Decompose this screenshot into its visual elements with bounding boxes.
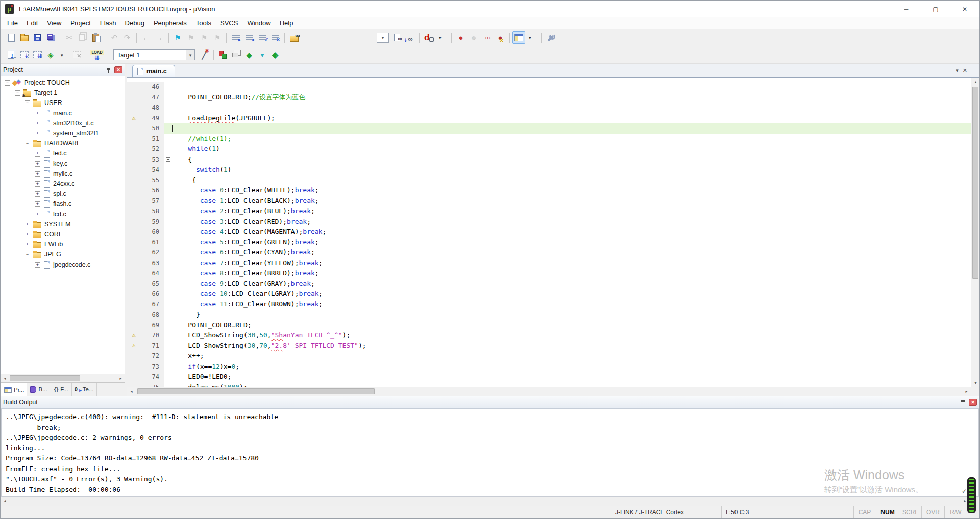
multi-project-workspace-icon[interactable]: [229, 48, 242, 61]
expander-expand-icon[interactable]: +: [35, 262, 40, 268]
tree-item-led-c[interactable]: +led.c: [1, 148, 125, 159]
find-in-files-icon[interactable]: ∞: [287, 31, 301, 44]
expander-expand-icon[interactable]: +: [35, 131, 40, 136]
insert-bookmark-icon[interactable]: ⚑: [171, 31, 184, 44]
runtime-environment-icon[interactable]: ◆: [242, 48, 256, 61]
expander-expand-icon[interactable]: +: [25, 232, 30, 237]
tree-item-main-c[interactable]: +main.c: [1, 108, 125, 118]
fold-margin[interactable]: −: [164, 175, 172, 186]
save-icon[interactable]: [31, 31, 44, 44]
scroll-left-icon[interactable]: ◂: [1, 497, 9, 505]
tree-item-flash-c[interactable]: +flash.c: [1, 199, 125, 209]
tree-item-spi-c[interactable]: +spi.c: [1, 189, 125, 199]
code-editor-area[interactable]: 4647 POINT_COLOR=RED;//设置字体为蓝色48⚠49 Load…: [127, 78, 971, 387]
download-to-flash-icon[interactable]: LOAD⇊: [89, 48, 105, 62]
tree-item-project-touch[interactable]: −Project: TOUCH: [1, 78, 125, 88]
scroll-left-icon[interactable]: ◂: [127, 387, 136, 395]
tab-close-icon[interactable]: ✕: [963, 67, 967, 74]
disable-all-breakpoints-icon[interactable]: ○○: [480, 31, 494, 44]
tree-item-hardware[interactable]: −HARDWARE: [1, 138, 125, 148]
tree-item-jpegdecode-c[interactable]: +jpegdecode.c: [1, 260, 125, 270]
expander-collapse-icon[interactable]: −: [25, 141, 30, 146]
menu-view[interactable]: View: [42, 18, 66, 28]
menu-help[interactable]: Help: [275, 18, 298, 28]
panel-tab-te[interactable]: 0Te...: [72, 383, 97, 396]
menu-tools[interactable]: Tools: [191, 18, 216, 28]
target-select-combo[interactable]: Target 1▾: [113, 49, 195, 60]
navigate-forward-icon[interactable]: →: [153, 31, 166, 44]
tree-item-24cxx-c[interactable]: +24cxx.c: [1, 179, 125, 189]
fold-margin[interactable]: −: [164, 154, 172, 165]
minimize-button[interactable]: ─: [892, 1, 921, 17]
menu-flash[interactable]: Flash: [95, 18, 121, 28]
incremental-find-icon[interactable]: ∞⇣: [404, 31, 417, 44]
pin-icon[interactable]: [961, 400, 965, 405]
manage-project-items-icon[interactable]: [216, 48, 229, 61]
maximize-button[interactable]: ▢: [921, 1, 950, 17]
expander-collapse-icon[interactable]: −: [15, 90, 20, 96]
windows-dropdown-caret[interactable]: ▾: [525, 31, 538, 44]
copy-icon[interactable]: [76, 31, 89, 44]
redo-icon[interactable]: ↷: [121, 31, 134, 44]
unindent-icon[interactable]: ◂: [242, 31, 256, 44]
navigate-back-icon[interactable]: ←: [139, 31, 153, 44]
menu-debug[interactable]: Debug: [121, 18, 149, 28]
menu-project[interactable]: Project: [66, 18, 95, 28]
expander-expand-icon[interactable]: +: [25, 242, 30, 247]
tree-item-lcd-c[interactable]: +lcd.c: [1, 209, 125, 219]
menu-window[interactable]: Window: [242, 18, 275, 28]
tree-item-key-c[interactable]: +key.c: [1, 159, 125, 169]
expander-expand-icon[interactable]: +: [35, 171, 40, 177]
expander-expand-icon[interactable]: +: [35, 161, 40, 167]
scroll-up-icon[interactable]: ▴: [971, 78, 980, 86]
tree-item-target-1[interactable]: −Target 1: [1, 88, 125, 98]
menu-peripherals[interactable]: Peripherals: [149, 18, 191, 28]
indent-icon[interactable]: ▸: [229, 31, 242, 44]
paste-icon[interactable]: [89, 31, 102, 44]
fold-collapse-icon[interactable]: −: [166, 157, 170, 162]
project-panel-close-icon[interactable]: ✕: [114, 66, 122, 73]
scroll-thumb[interactable]: [137, 388, 375, 394]
expander-collapse-icon[interactable]: −: [25, 252, 30, 257]
tree-item-fwlib[interactable]: +FWLib: [1, 239, 125, 249]
scroll-thumb[interactable]: [972, 87, 978, 279]
pack-installer-icon[interactable]: ◆◦: [269, 48, 282, 61]
panel-tab-b[interactable]: B...: [27, 383, 51, 396]
options-for-target-icon[interactable]: ╱✱: [198, 48, 211, 61]
open-file-icon[interactable]: [18, 31, 31, 44]
expander-collapse-icon[interactable]: −: [5, 80, 10, 86]
expander-expand-icon[interactable]: +: [35, 212, 40, 217]
translate-file-icon[interactable]: ⇣: [5, 48, 18, 61]
expander-expand-icon[interactable]: +: [35, 201, 40, 207]
toggle-breakpoint-icon[interactable]: ●: [454, 31, 467, 44]
build-icon[interactable]: ⇣: [18, 48, 31, 61]
fold-collapse-icon[interactable]: −: [166, 178, 170, 182]
menu-edit[interactable]: Edit: [22, 18, 42, 28]
select-software-packs-icon[interactable]: ▼: [256, 48, 269, 61]
uncomment-icon[interactable]: ✕: [269, 31, 282, 44]
scroll-left-icon[interactable]: ◂: [1, 374, 9, 382]
tree-item-jpeg[interactable]: −JPEG: [1, 249, 125, 260]
target-select-caret-icon[interactable]: ▾: [186, 50, 194, 60]
tree-item-user[interactable]: −USER: [1, 98, 125, 108]
save-all-icon[interactable]: [44, 31, 57, 44]
expander-expand-icon[interactable]: +: [35, 111, 40, 116]
tree-item-system-stm32f1[interactable]: +system_stm32f1: [1, 128, 125, 138]
menu-file[interactable]: File: [3, 18, 22, 28]
stop-build-icon[interactable]: ✕: [70, 48, 83, 61]
expander-expand-icon[interactable]: +: [35, 121, 40, 126]
tree-item-system[interactable]: +SYSTEM: [1, 219, 125, 229]
tree-item-stm32f10x-it-c[interactable]: +stm32f10x_it.c: [1, 118, 125, 128]
tab-main-c[interactable]: main.c: [132, 65, 175, 77]
scroll-right-icon[interactable]: ▸: [116, 374, 125, 382]
clear-bookmarks-icon[interactable]: ⚑: [211, 31, 224, 44]
undo-icon[interactable]: ↶: [108, 31, 121, 44]
scroll-thumb[interactable]: [10, 375, 80, 381]
expander-expand-icon[interactable]: +: [25, 222, 30, 227]
new-file-icon[interactable]: [5, 31, 18, 44]
build-output-hscrollbar[interactable]: ◂ ▸: [1, 497, 979, 506]
expander-expand-icon[interactable]: +: [35, 151, 40, 157]
search-combo[interactable]: ▾: [377, 33, 389, 43]
batch-build-icon[interactable]: ◈: [44, 48, 57, 61]
tab-list-dropdown-icon[interactable]: ▾: [956, 67, 959, 74]
